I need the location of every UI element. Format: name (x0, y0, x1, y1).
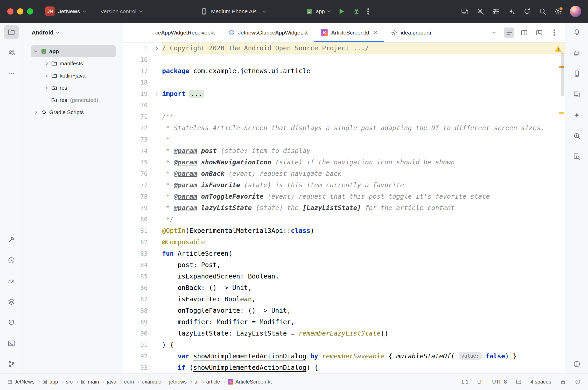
notifications-icon[interactable] (570, 25, 584, 39)
find-icon[interactable] (570, 149, 584, 164)
pull-requests-icon[interactable] (4, 46, 19, 60)
file-encoding-widget[interactable]: UTF-8 (492, 379, 507, 385)
inspection-warning-icon[interactable] (554, 45, 562, 54)
line-number[interactable]: 91 (123, 339, 150, 351)
debug-button[interactable] (352, 7, 361, 16)
code-search-icon[interactable] (477, 8, 484, 15)
fold-toggle-icon[interactable] (150, 43, 162, 54)
code-line-75[interactable]: 75 * @param showNavigationIcon (state) i… (123, 157, 565, 168)
breadcrumb-ui[interactable]: ui (194, 379, 199, 385)
breadcrumb-main[interactable]: main (81, 379, 99, 385)
tab-jetnewsglanceappwidget-kt[interactable]: CJetnewsGlanceAppWidget.kt (221, 23, 314, 42)
line-number[interactable]: 74 (123, 145, 150, 157)
code-line-91[interactable]: 91) { (123, 339, 565, 351)
minimize-window-button[interactable] (17, 8, 23, 15)
breadcrumb-src[interactable]: src (66, 379, 73, 385)
code-line-92[interactable]: 92 var showUnimplementedActionDialog by … (123, 351, 565, 362)
code-line-70[interactable]: 70 (123, 100, 565, 111)
device-selector[interactable]: Medium Phone AP... (200, 8, 266, 15)
close-window-button[interactable] (7, 8, 13, 15)
code-line-78[interactable]: 78 * @param onToggleFavorite (event) req… (123, 191, 565, 202)
gemini-icon[interactable] (570, 108, 584, 122)
code-line-81[interactable]: 81@OptIn(ExperimentalMaterial3Api::class… (123, 225, 565, 236)
tree-item-app[interactable]: app (31, 45, 116, 57)
breadcrumb-app[interactable]: app (42, 379, 58, 385)
vcs-widget[interactable]: Version control (100, 8, 142, 15)
line-number[interactable]: 17 (123, 65, 150, 77)
breadcrumb-jetnews[interactable]: JetNews (7, 379, 34, 385)
terminal-icon[interactable] (4, 336, 19, 351)
line-number[interactable]: 87 (123, 294, 150, 305)
code-style-icon[interactable] (516, 379, 522, 385)
code-line-76[interactable]: 76 * @param onBack (event) request navig… (123, 168, 565, 179)
line-number[interactable]: 82 (123, 236, 150, 248)
line-number[interactable]: 75 (123, 157, 150, 168)
line-number[interactable]: 19 (123, 88, 150, 100)
device-manager-icon[interactable] (570, 66, 584, 81)
line-number[interactable]: 88 (123, 305, 150, 316)
line-number[interactable]: 93 (123, 362, 150, 373)
code-editor[interactable]: 1/ Copyright 2020 The Android Open Sourc… (123, 43, 565, 373)
warning-stripe-mark[interactable] (559, 112, 564, 114)
line-number[interactable]: 83 (123, 248, 150, 259)
app-inspection-icon[interactable] (4, 295, 19, 309)
line-number[interactable]: 71 (123, 111, 150, 122)
app-quality-insights-icon[interactable] (570, 129, 584, 143)
gemini-ai-icon[interactable] (508, 8, 515, 15)
code-line-77[interactable]: 77 * @param isFavorite (state) is this i… (123, 179, 565, 191)
split-editor-icon[interactable] (519, 27, 529, 38)
settings-icon[interactable] (554, 8, 562, 15)
code-line-74[interactable]: 74 * @param post (state) item to display (123, 145, 565, 157)
line-number[interactable]: 16 (123, 54, 150, 65)
tree-item-kotlin-java[interactable]: kotlin+java (31, 70, 116, 82)
breadcrumb-example[interactable]: example (142, 379, 162, 385)
project-view-selector[interactable]: Android (23, 23, 123, 43)
code-line-86[interactable]: 86 onBack: () -> Unit, (123, 282, 565, 294)
user-avatar[interactable] (570, 6, 581, 17)
caret-position-widget[interactable]: 1:1 (461, 379, 468, 385)
tree-item-res[interactable]: res(generated) (31, 94, 116, 106)
line-number[interactable]: 72 (123, 122, 150, 134)
zoom-window-button[interactable] (27, 8, 33, 15)
build-icon[interactable] (4, 232, 19, 247)
code-line-1[interactable]: 1/ Copyright 2020 The Android Open Sourc… (123, 43, 565, 54)
run-icon[interactable] (4, 253, 19, 268)
tab-ceappwidgetreceiver-kt[interactable]: ceAppWidgetReceiver.kt (123, 23, 221, 42)
preview-icon[interactable] (534, 27, 544, 38)
code-line-88[interactable]: 88 onToggleFavorite: () -> Unit, (123, 305, 565, 316)
line-number[interactable]: 76 (123, 168, 150, 179)
line-number[interactable]: 86 (123, 282, 150, 294)
code-line-19[interactable]: 19import ... (123, 88, 565, 100)
problems-icon[interactable] (570, 357, 584, 371)
resource-manager-icon[interactable] (570, 87, 584, 102)
tab-articlescreen-kt[interactable]: KArticleScreen.kt× (314, 23, 384, 42)
line-number[interactable]: 78 (123, 191, 150, 202)
running-devices-icon[interactable] (461, 8, 469, 15)
logcat-icon[interactable] (4, 315, 19, 330)
indent-widget[interactable]: 4 spaces (530, 379, 551, 385)
code-line-17[interactable]: 17package com.example.jetnews.ui.article (123, 65, 565, 77)
line-number[interactable]: 84 (123, 259, 150, 271)
project-icon[interactable] (4, 25, 19, 39)
breadcrumb-com[interactable]: com (124, 379, 134, 385)
code-line-18[interactable]: 18 (123, 77, 565, 88)
line-number[interactable]: 90 (123, 328, 150, 339)
gradle-icon[interactable] (570, 46, 584, 60)
code-line-82[interactable]: 82@Composable (123, 236, 565, 248)
code-line-73[interactable]: 73 * (123, 134, 565, 145)
line-number[interactable]: 70 (123, 100, 150, 111)
code-line-79[interactable]: 79 * @param lazyListState (state) the [L… (123, 202, 565, 214)
tree-item-manifests[interactable]: manifests (31, 58, 116, 69)
line-number[interactable]: 81 (123, 225, 150, 236)
line-number[interactable]: 18 (123, 77, 150, 88)
code-line-83[interactable]: 83fun ArticleScreen( (123, 248, 565, 259)
gradle-sync-icon[interactable] (523, 8, 531, 15)
tree-item-gradle-scripts[interactable]: Gradle Scripts (31, 106, 116, 118)
code-line-16[interactable]: 16 (123, 54, 565, 65)
code-line-89[interactable]: 89 modifier: Modifier = Modifier, (123, 316, 565, 328)
line-number[interactable]: 73 (123, 134, 150, 145)
version-control-icon[interactable] (4, 357, 19, 371)
hidden-tabs-chevron-icon[interactable] (489, 27, 499, 38)
lock-icon[interactable] (560, 379, 566, 385)
line-number[interactable]: 77 (123, 179, 150, 191)
